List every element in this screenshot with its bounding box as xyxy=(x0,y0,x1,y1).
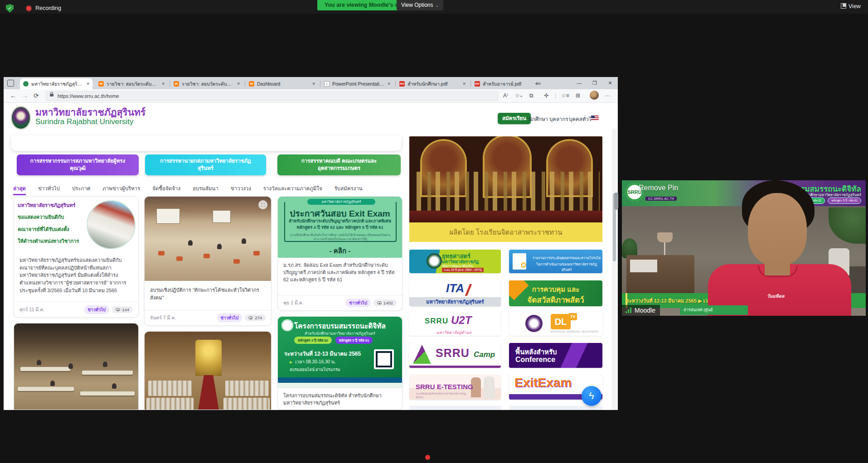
banner-strategy[interactable]: ยุทธศาสตร์ มหาวิทยาลัยราชภัฏ เพื่อการพัฒ… xyxy=(409,250,501,273)
congrats-headline: มหาวิทยาลัยราชภัฏสุรินทร์ ขอแสดงความยินด… xyxy=(18,199,90,247)
tab-close-icon[interactable]: ✕ xyxy=(86,82,90,86)
back-icon[interactable]: ← xyxy=(10,92,16,99)
news-tab-circle[interactable]: ข่าววงวง xyxy=(231,184,251,195)
tile-text: SRRU xyxy=(436,347,470,360)
browser-toolbar: ← → ⟳ https://www.srru.ac.th/home A⁾ ☆₊ … xyxy=(4,89,618,103)
hero-button-council[interactable]: การสรรหากรรมการสภามหาวิทยาลัยผู้ทรงคุณวุ… xyxy=(17,154,139,175)
banner-e-testing[interactable]: SRRU E-TESTING ระบบจัดสอบอิเล็กทรอนิกส์ … xyxy=(409,375,501,400)
views-count: 1402 xyxy=(383,300,393,305)
favorite-star-icon[interactable]: ☆₊ xyxy=(515,92,523,99)
tab-actions-icon[interactable] xyxy=(7,80,14,87)
favorites-bar-icon[interactable]: ☆≡ xyxy=(561,92,569,99)
apply-button[interactable]: สมัครเรียน xyxy=(498,113,531,124)
news-tab-executive[interactable]: ภาพข่าวผู้บริหาร xyxy=(102,184,140,195)
news-tab-procurement[interactable]: จัดซื้อจัดจ้าง xyxy=(152,184,180,195)
read-aloud-icon[interactable]: A⁾ xyxy=(503,92,508,99)
banner-partial[interactable] xyxy=(409,406,501,410)
meeting-room-photo xyxy=(14,323,138,410)
banner-u2t[interactable]: SRRU U2T มหาวิทยาลัยสู่ตำบล xyxy=(409,312,501,336)
collections-icon[interactable]: ⊞ xyxy=(576,92,580,99)
tab-pdf-teachers[interactable]: PDF สำหรับอาจารย์.pdf ✕ xyxy=(471,78,544,89)
poster-note: (รวมถึงนักศึกษาที่แจ้งสำเร็จการศึกษา แต่… xyxy=(287,233,394,241)
news-card-digital-training[interactable]: โครงการอบรมสมรรถนะดิจิทัล สำหรับนักศึกษา… xyxy=(277,316,402,410)
news-card-workshop[interactable]: ⛶ อบรมเชิงปฏิบัติการ “ทักษะการโค้ชและหัว… xyxy=(144,196,272,326)
tab-moodle-digital[interactable]: m รายวิชา: สอบวัดระดับสมรรถนะดิจิทั.. ✕ xyxy=(170,78,243,89)
sidebar-handle[interactable] xyxy=(614,193,618,210)
banner-animal-welfare[interactable]: การควบคุม และ จัดสวัสดิภาพสัตว์ xyxy=(509,280,602,306)
news-card-congrats[interactable]: มหาวิทยาลัยราชภัฏสุรินทร์ ขอแสดงความยินด… xyxy=(14,196,139,318)
poster-click-label[interactable]: - คลิก - xyxy=(278,246,402,256)
news-card-exit-exam[interactable]: มหาวิทยาลัยราชภัฏสุรินทร์ ประกาศวันสอบ E… xyxy=(277,196,402,311)
scrollbar-track[interactable] xyxy=(612,129,617,410)
magnifier-icon xyxy=(521,262,526,268)
tab-close-icon[interactable]: ✕ xyxy=(237,82,240,86)
news-card-meeting-photo[interactable] xyxy=(14,323,139,410)
tab-powerpoint[interactable]: ≡ PowerPoint Presentation ✕ xyxy=(321,78,393,89)
settings-more-icon[interactable]: ··· xyxy=(605,92,610,99)
new-tab-button[interactable]: + xyxy=(535,79,539,87)
forward-icon[interactable]: → xyxy=(22,92,28,99)
tile-text: มหาวิทยาลัยสู่ตำบล xyxy=(436,329,471,336)
close-button[interactable]: ✕ xyxy=(602,77,618,89)
university-logo[interactable] xyxy=(11,106,31,130)
poster-time: เวลา 08.30-16.30 น. xyxy=(290,358,335,365)
views-pill: 274 xyxy=(245,314,266,321)
banner-dltv[interactable]: DL TV DISTANCE LEARNING TELEVISION xyxy=(509,312,602,336)
royal-painting-video[interactable]: ผลิตโดย โรงเรียนจิตอาสาพระราชทาน xyxy=(409,136,602,242)
nav-link-students[interactable]: นักศึกษา xyxy=(529,115,548,123)
address-bar[interactable]: https://www.srru.ac.th/home xyxy=(45,91,499,101)
tab-close-icon[interactable]: ✕ xyxy=(161,82,165,86)
attendee xyxy=(188,240,193,246)
tab-moodle-english[interactable]: m รายวิชา: สอบวัดระดับภาษาอังกฤษ ป.. ✕ xyxy=(95,78,168,89)
hero-button-dean[interactable]: การสรรหาคณบดี คณะเกษตรและอุตสาหกรรมเกษตร xyxy=(277,154,401,175)
golden-shrine xyxy=(195,340,222,376)
view-options-button[interactable]: View Options⌄ xyxy=(397,0,443,10)
minimize-button[interactable]: — xyxy=(572,77,587,89)
web-capture-icon[interactable]: ⧉ xyxy=(529,92,533,99)
news-tab-announcement[interactable]: ประกาศ xyxy=(72,184,90,195)
banner-ita-report[interactable]: รายงานการประเมินคุณธรรมและความโปร่งใส ใน… xyxy=(509,250,602,273)
news-card-caption: อบรมเชิงปฏิบัติการ “ทักษะการโค้ชและหัวใจ… xyxy=(150,286,266,301)
views-pill: 1402 xyxy=(373,299,397,306)
category-badge[interactable]: ข่าวทั่วไป xyxy=(84,305,110,314)
news-tab-seminar[interactable]: อบรมสัมนา xyxy=(193,184,218,195)
tab-dashboard[interactable]: m Dashboard ✕ xyxy=(246,78,318,89)
news-card-ceremony-photo[interactable] xyxy=(144,331,272,410)
hero-button-president[interactable]: การสรรหานายกสภามหาวิทยาลัยราชภัฏสุรินทร์ xyxy=(145,154,266,175)
english-flag-icon[interactable] xyxy=(591,116,599,121)
nav-link-staff[interactable]: บุคลากร xyxy=(549,115,568,123)
banner-ita[interactable]: ITA มหาวิทยาลัยราชภัฏสุรินทร์ xyxy=(409,280,501,306)
view-label: View xyxy=(849,3,861,10)
view-button[interactable]: View xyxy=(841,3,861,10)
tab-separator xyxy=(245,81,245,87)
news-tab-general[interactable]: ข่าวทั่วไป xyxy=(38,184,60,195)
news-card-footer: ศุกร์ 11 มี.ค. ข่าวทั่วไป 144 xyxy=(14,302,138,317)
category-badge[interactable]: ข่าวทั่วไป xyxy=(217,313,242,322)
exit-exam-poster: มหาวิทยาลัยราชภัฏสุรินทร์ ประกาศวันสอบ E… xyxy=(278,197,402,258)
messenger-chat-button[interactable]: ϟ xyxy=(582,386,601,406)
restore-button[interactable]: ❐ xyxy=(587,77,602,89)
refresh-icon[interactable]: ⟳ xyxy=(34,92,39,99)
tile-text: SRRU xyxy=(425,317,448,326)
pin-icon xyxy=(629,185,635,191)
tab-srru-home[interactable]: มหาวิทยาลัยราชภัฏสุรินทร์ | Surindra ✕ xyxy=(20,78,92,89)
profile-avatar[interactable] xyxy=(590,91,599,100)
tile-text: จัดสวัสดิภาพสัตว์ xyxy=(509,294,602,306)
news-tab-awards[interactable]: รางวัลและความภาคภูมิใจ xyxy=(263,184,322,195)
banner-partial[interactable] xyxy=(509,406,602,410)
tab-close-icon[interactable]: ✕ xyxy=(312,82,315,86)
banner-conference-background[interactable]: พื้นหลังสำหรับ Conference xyxy=(509,343,602,368)
remove-pin-button[interactable]: Remove Pin xyxy=(629,184,678,192)
category-badge[interactable]: ข่าวทั่วไป xyxy=(345,299,371,307)
tab-pdf-students[interactable]: PDF สำหรับนักศึกษา.pdf ✕ xyxy=(396,78,469,89)
news-tab-latest[interactable]: ล่าสุด xyxy=(13,184,26,195)
webcam-video-moodle[interactable]: ระหว่างวันที่ 12-13 มีนาคม 2565 ▶ เวลา 0… xyxy=(622,180,866,316)
royal-figures xyxy=(412,172,600,213)
expand-icon[interactable]: ⛶ xyxy=(258,200,267,209)
course-pills: หลักสูตร 4 ปี รหัส 62 หลักสูตร 5 ปี รหัส… xyxy=(294,337,373,344)
tab-close-icon[interactable]: ✕ xyxy=(387,82,391,86)
extensions-icon[interactable]: ✣ xyxy=(544,92,548,99)
tab-close-icon[interactable]: ✕ xyxy=(462,82,466,86)
news-tab-jobs[interactable]: รับสมัครงาน xyxy=(335,184,363,195)
banner-srru-camp[interactable]: SRRU Camp xyxy=(409,343,501,368)
